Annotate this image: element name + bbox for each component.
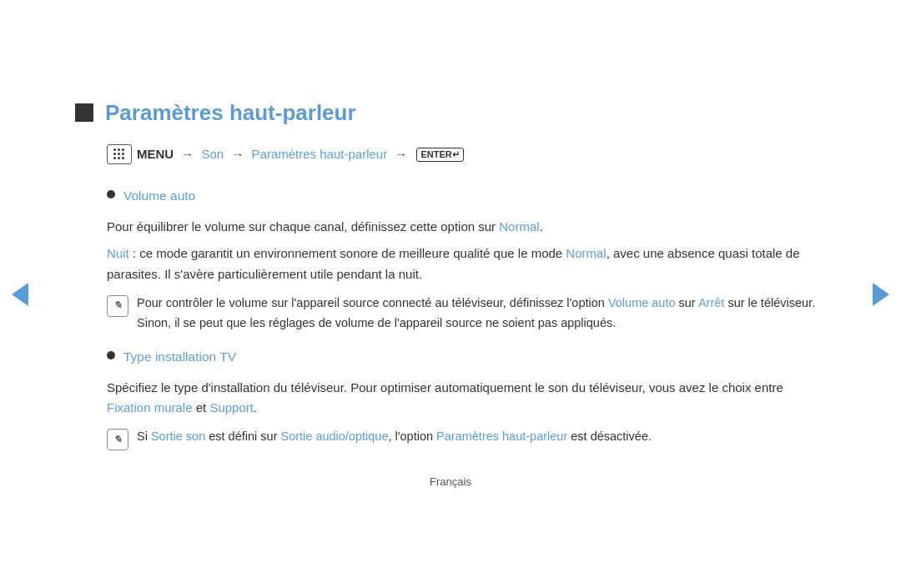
fixation-murale-link: Fixation murale — [107, 400, 193, 415]
volume-auto-label: Volume auto — [123, 186, 195, 207]
normal-link-2: Normal — [566, 246, 606, 260]
title-square-icon — [75, 103, 93, 122]
volume-auto-para1: Pour équilibrer le volume sur chaque can… — [107, 217, 826, 238]
menu-icon — [107, 144, 132, 164]
bullet-volume-auto: Volume auto — [107, 186, 826, 207]
note-volume-auto-text: Pour contrôler le volume sur l'appareil … — [137, 294, 826, 334]
normal-link-1: Normal — [499, 219, 539, 234]
nav-arrow-right[interactable] — [869, 283, 893, 306]
content-body: Volume auto Pour équilibrer le volume su… — [107, 186, 826, 450]
type-installation-label: Type installation TV — [123, 347, 236, 368]
parametres-haut-parleur-link: Paramètres haut-parleur — [436, 430, 567, 443]
breadcrumb-step1: Son — [202, 147, 224, 161]
breadcrumb-enter-label: ENTER↵ — [415, 146, 463, 162]
breadcrumb-sep3: → — [391, 147, 410, 161]
arret-link: Arrêt — [698, 296, 724, 309]
footer-language: Français — [430, 475, 471, 488]
breadcrumb-menu-label: MENU — [137, 147, 174, 161]
note-type-installation-text: Si Sortie son est défini sur Sortie audi… — [137, 427, 652, 447]
sortie-audio-link: Sortie audio/optique — [280, 430, 388, 443]
bullet-dot-2 — [107, 351, 115, 359]
note-icon-2: ✎ — [107, 429, 128, 450]
breadcrumb-sep1: → — [178, 147, 197, 161]
breadcrumb-sep2: → — [228, 147, 247, 161]
volume-auto-link: Volume auto — [608, 296, 676, 309]
note-icon-1: ✎ — [107, 295, 128, 317]
breadcrumb-step2: Paramètres haut-parleur — [252, 147, 388, 161]
type-installation-para1: Spécifiez le type d'installation du télé… — [107, 378, 826, 420]
nuit-link: Nuit — [107, 246, 129, 260]
page-title: Paramètres haut-parleur — [105, 100, 356, 126]
content-area: Paramètres haut-parleur MENU → Son → Par… — [58, 75, 843, 513]
bullet-dot-1 — [107, 190, 115, 199]
footer: Français — [75, 475, 826, 488]
nav-arrow-left[interactable] — [8, 283, 32, 306]
breadcrumb: MENU → Son → Paramètres haut-parleur → E… — [107, 144, 826, 164]
bullet-type-installation: Type installation TV — [107, 347, 826, 368]
enter-icon: ENTER↵ — [416, 148, 463, 162]
support-link: Support — [209, 400, 254, 415]
sortie-son-link: Sortie son — [151, 430, 205, 443]
page-container: Paramètres haut-parleur MENU → Son → Par… — [0, 0, 901, 588]
volume-auto-para2: Nuit : ce mode garantit un environnement… — [107, 244, 826, 285]
title-row: Paramètres haut-parleur — [75, 100, 826, 126]
note-type-installation: ✎ Si Sortie son est défini sur Sortie au… — [107, 427, 826, 450]
note-volume-auto: ✎ Pour contrôler le volume sur l'apparei… — [107, 294, 826, 334]
